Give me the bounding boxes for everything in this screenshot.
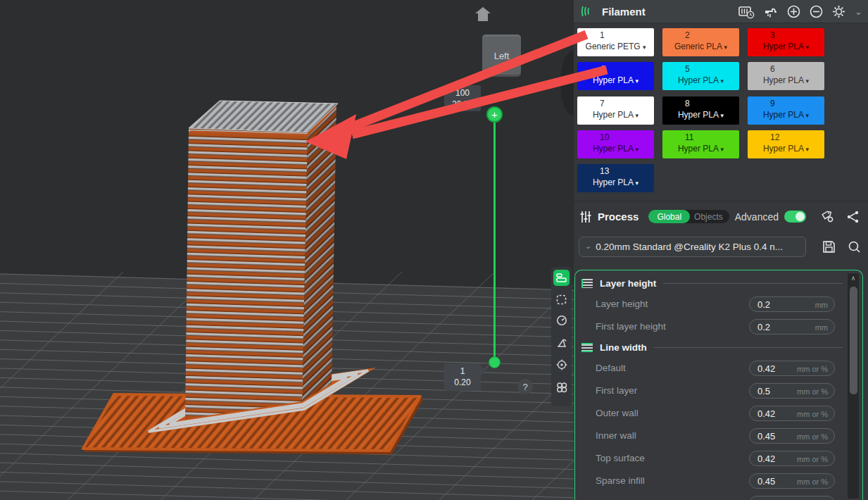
setting-input[interactable]: 0.42mm or % <box>749 406 835 421</box>
caret-down-icon: ▾ <box>636 112 639 119</box>
section-header-line-width[interactable]: Line width <box>575 338 853 357</box>
filament-settings-icon[interactable] <box>832 5 845 18</box>
scrollbar-thumb[interactable] <box>850 287 857 394</box>
save-preset-icon[interactable] <box>822 240 836 254</box>
top-layer-number: 100 <box>444 87 481 99</box>
layer-slider-track[interactable] <box>493 117 496 362</box>
tab-seam-icon[interactable] <box>553 356 570 373</box>
section-divider <box>654 347 843 348</box>
scroll-up-icon[interactable]: ∧ <box>848 275 859 282</box>
caret-down-icon: ▾ <box>806 77 810 85</box>
setting-label: Sparse infill <box>596 475 645 486</box>
filament-dry-icon[interactable] <box>764 5 778 19</box>
add-filament-icon[interactable] <box>787 5 800 18</box>
line-width-icon <box>581 343 593 352</box>
setting-label: Inner wall <box>596 430 636 441</box>
setting-input[interactable] <box>749 496 835 500</box>
setting-input[interactable]: 0.45mm or % <box>749 428 835 444</box>
filament-name-dropdown[interactable]: Hyper PLA ▾ <box>748 42 824 53</box>
filament-name-dropdown[interactable]: Hyper PLA ▾ <box>577 75 654 87</box>
process-settings-panel: Layer heightLayer height0.2mmFirst layer… <box>574 270 863 500</box>
setting-unit: mm <box>815 323 828 332</box>
filament-slot-3[interactable]: 3Hyper PLA ▾ <box>748 28 824 56</box>
filament-slot-10[interactable]: 10Hyper PLA ▾ <box>577 130 654 158</box>
preset-tag-icon[interactable] <box>820 210 835 224</box>
filament-slot-11[interactable]: 11Hyper PLA ▾ <box>662 130 739 158</box>
scope-objects-option[interactable]: Objects <box>694 212 723 222</box>
filament-slot-5[interactable]: 5Hyper PLA ▾ <box>662 62 739 90</box>
nav-cube-left-face[interactable]: Left <box>482 37 521 75</box>
ams-sync-icon[interactable] <box>738 5 755 19</box>
tab-speed-icon[interactable] <box>553 312 570 328</box>
tab-others-icon[interactable] <box>553 379 570 395</box>
filament-name-dropdown[interactable]: Hyper PLA ▾ <box>748 144 824 155</box>
setting-input[interactable]: 0.42mm or % <box>749 361 835 376</box>
setting-value: 0.5 <box>757 386 770 396</box>
process-sliders-icon <box>579 211 592 223</box>
setting-unit: mm or % <box>797 455 828 463</box>
filament-name-dropdown[interactable]: Generic PETG ▾ <box>577 42 654 53</box>
settings-scrollbar[interactable]: ∧ <box>848 273 859 499</box>
setting-value: 0.42 <box>757 363 775 374</box>
setting-label: Default <box>596 363 626 373</box>
filament-name-dropdown[interactable]: Hyper PLA ▾ <box>662 110 739 121</box>
help-badge[interactable]: ? <box>517 379 533 394</box>
filament-number: 5 <box>685 65 739 74</box>
section-title: Line width <box>600 342 647 353</box>
toggle-knob <box>795 212 805 221</box>
search-settings-icon[interactable] <box>848 240 861 254</box>
filament-slot-2[interactable]: 2Generic PLA ▾ <box>662 28 739 56</box>
setting-input[interactable]: 0.45mm or % <box>749 473 835 489</box>
setting-label: Top surface <box>596 453 645 463</box>
filament-name-dropdown[interactable]: Generic PLA ▾ <box>662 42 739 53</box>
setting-row-inner-wall: Inner wall0.45mm or % <box>575 425 853 447</box>
setting-unit: mm or % <box>797 387 828 396</box>
section-divider <box>663 283 843 284</box>
setting-label: First layer height <box>596 321 666 332</box>
scope-global-option[interactable]: Global <box>648 210 690 223</box>
filament-name-dropdown[interactable]: Hyper PLA ▾ <box>577 110 654 121</box>
setting-row-default: Default0.42mm or % <box>575 357 853 380</box>
compare-params-icon[interactable] <box>846 210 861 224</box>
filament-slot-12[interactable]: 12Hyper PLA ▾ <box>748 130 824 158</box>
setting-input[interactable]: 0.5mm or % <box>749 383 835 399</box>
filament-name-dropdown[interactable]: Hyper PLA ▾ <box>662 75 739 87</box>
setting-input[interactable]: 0.2mm <box>749 319 835 335</box>
model-sliced-tower[interactable] <box>185 101 338 419</box>
filament-name-dropdown[interactable]: Hyper PLA ▾ <box>748 110 824 121</box>
remove-filament-icon[interactable] <box>810 5 823 18</box>
filament-name-dropdown[interactable]: Hyper PLA ▾ <box>577 144 654 155</box>
filament-slot-13[interactable]: 13Hyper PLA ▾ <box>577 164 654 192</box>
setting-input[interactable]: 0.42mm or % <box>749 451 835 466</box>
tab-quality-icon[interactable] <box>553 270 570 286</box>
filament-slot-9[interactable]: 9Hyper PLA ▾ <box>748 96 824 125</box>
section-header-layer-height[interactable]: Layer height <box>575 274 853 293</box>
filament-name-dropdown[interactable]: Hyper PLA ▾ <box>662 144 739 155</box>
layer-slider-top-handle[interactable]: + <box>486 106 503 123</box>
filament-slot-4[interactable]: 4Hyper PLA ▾ <box>577 62 654 90</box>
setting-unit: mm or % <box>797 410 828 418</box>
filament-slot-1[interactable]: 1Generic PETG ▾ <box>577 28 654 56</box>
layer-slider-bottom-handle[interactable] <box>489 356 501 368</box>
filament-slot-6[interactable]: 6Hyper PLA ▾ <box>748 62 824 90</box>
viewport-3d-scene[interactable] <box>0 0 574 500</box>
preset-dropdown[interactable]: ⌄ 0.20mm Standard @Creality K2 Plus 0.4 … <box>579 237 806 257</box>
advanced-toggle[interactable] <box>784 211 806 223</box>
caret-down-icon: ▾ <box>806 146 810 153</box>
tab-plate-icon[interactable] <box>553 292 570 308</box>
setting-label: Layer height <box>596 299 648 309</box>
tab-support-icon[interactable] <box>553 335 570 351</box>
filament-collapse-icon[interactable]: ⌄ <box>855 6 862 17</box>
filament-name-dropdown[interactable]: Hyper PLA ▾ <box>577 177 654 189</box>
setting-input[interactable]: 0.2mm <box>749 296 835 312</box>
home-view-icon[interactable] <box>473 5 493 23</box>
layer-slider-top-tooltip: 100 20.00 <box>444 85 481 111</box>
bottom-layer-number: 1 <box>444 365 481 377</box>
filament-slot-7[interactable]: 7Hyper PLA ▾ <box>577 96 654 125</box>
filament-number: 12 <box>770 133 824 142</box>
chevron-down-icon: ⌄ <box>585 242 591 251</box>
filament-name-dropdown[interactable]: Hyper PLA ▾ <box>748 75 824 87</box>
filament-slot-8[interactable]: 8Hyper PLA ▾ <box>662 96 739 125</box>
caret-down-icon: ▾ <box>721 112 724 119</box>
preset-row: ⌄ 0.20mm Standard @Creality K2 Plus 0.4 … <box>574 234 868 259</box>
